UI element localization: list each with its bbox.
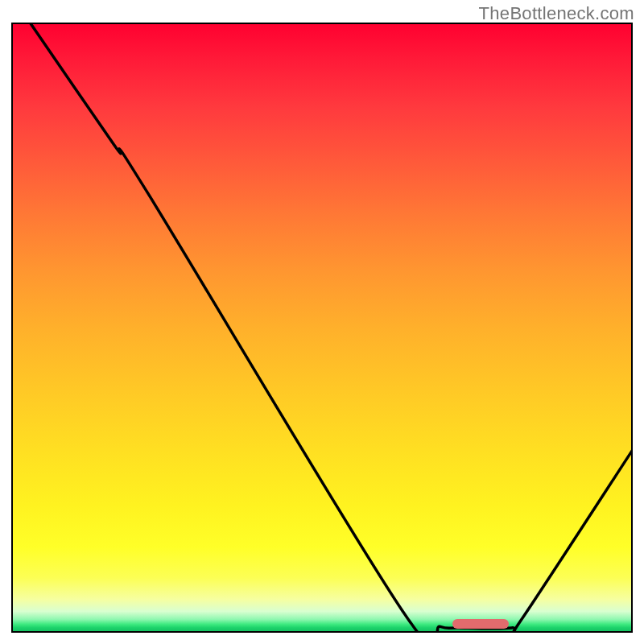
chart-frame [11, 23, 633, 633]
optimal-marker [452, 619, 508, 629]
bottleneck-curve-svg [11, 23, 633, 633]
watermark-text: TheBottleneck.com [479, 3, 634, 24]
bottleneck-curve [30, 23, 633, 633]
